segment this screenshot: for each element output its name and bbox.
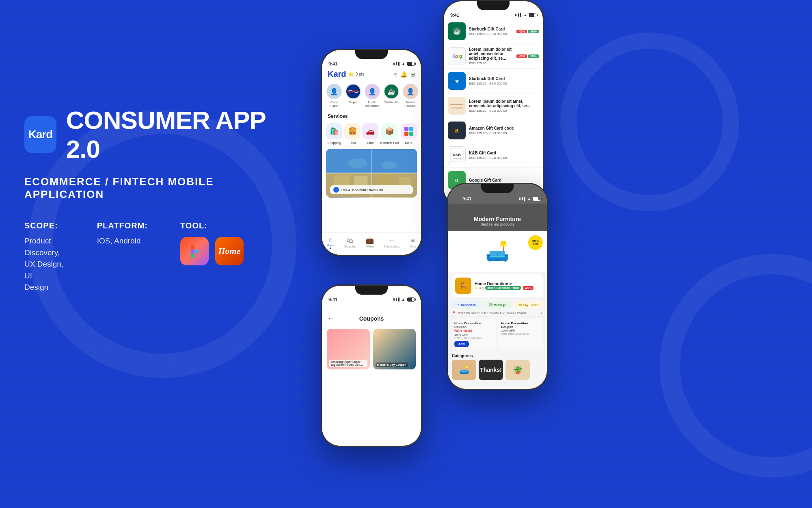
service-shopping[interactable]: 🛍️ Shopping (326, 123, 342, 145)
phone-notch-3 (481, 184, 514, 193)
phone-4-screen: 9:41 ▲ ← Coupons Amazing Super Super Big… (322, 286, 421, 446)
nav-more[interactable]: ≡ More (410, 237, 416, 248)
battery-3 (533, 197, 540, 201)
store-item-google[interactable]: G o o g Lorem ipsum dolor sit amet, cons… (444, 44, 543, 69)
kb-thumb: K&BGift Card (448, 146, 466, 164)
service-more[interactable]: More (401, 123, 417, 145)
nav-shopping-label: Shopping (344, 245, 356, 248)
story-pepsi[interactable]: Pepsi (346, 84, 361, 108)
svg-point-2 (670, 264, 812, 467)
connected-btn[interactable]: ✓ Connected (452, 301, 481, 308)
services-row: 🛍️ Shopping 🍔 Food 🚗 Ride 📦 Konnect Pak (322, 121, 421, 147)
platform-label: PLATFORM: (97, 221, 148, 230)
bell-icon[interactable]: 🔔 (400, 71, 407, 78)
time-3: 9:41 (462, 196, 471, 201)
story-starbucks[interactable]: ☕ Starbucks (384, 84, 399, 108)
story-starbucks-label: Starbucks (384, 100, 399, 104)
qr-icon[interactable]: ⊞ (410, 71, 415, 78)
stories-row: 👤 Cody Fisher Pepsi 👤 Leslie Alexander ☕… (322, 82, 421, 112)
signal-8 (522, 197, 523, 200)
coupon-big-2[interactable]: Mother's Day Coupon (373, 329, 416, 369)
coupon-big-1[interactable]: Amazing Super Super Big Mother's Day Cou… (327, 329, 370, 369)
coupon2-date: Offer Until 02/25/2025 (501, 332, 540, 335)
signal-9 (524, 197, 525, 201)
coupon2-discount: 10% OFF (501, 329, 540, 332)
ad-banner[interactable]: Ras Al Khaimah Travel Pak (326, 149, 417, 198)
furniture-store-icon: 🪑 (455, 278, 471, 294)
phone-notch-1 (355, 50, 388, 59)
store-card-furniture[interactable]: 🪑 Home Decoration > ★ 4.5 3500K Cashback… (452, 274, 543, 297)
giftcard-name: Lorem ipsum dolor sit amet, consectetur … (469, 99, 539, 108)
nav-wallet[interactable]: 💼 Wallet (366, 237, 374, 248)
service-food[interactable]: 🍔 Food (344, 123, 361, 145)
nav-active-dot (330, 247, 331, 249)
wifi-icon-3: ▲ (527, 197, 531, 201)
logout-icon[interactable]: ⎋ (394, 71, 397, 78)
wallet-icon: 💼 (366, 237, 374, 244)
story-leslie[interactable]: 👤 Leslie Alexander (364, 84, 380, 108)
svg-point-22 (381, 161, 397, 169)
furniture-title: Modern Furniture (454, 216, 541, 222)
google-price: BSD 125.00 (469, 61, 513, 65)
nav-transactions[interactable]: ↔ Transactions (384, 237, 400, 248)
battery-2 (529, 13, 536, 17)
signal-1 (393, 63, 395, 65)
nav-home[interactable]: ⌂ Home (327, 236, 335, 249)
signal-2 (396, 62, 397, 65)
coupons-header: ← Coupons (322, 304, 421, 326)
signal-12 (398, 297, 400, 302)
service-ride[interactable]: 🚗 Ride (362, 123, 378, 145)
coupon-card-1[interactable]: Home Decoration Coupon BSD 10.00 10% OFF… (452, 319, 496, 350)
wifi-icon-2: ▲ (523, 13, 527, 17)
phone-4-coupons: 9:41 ▲ ← Coupons Amazing Super Super Big… (321, 284, 422, 447)
kard-header-icons: ⎋ 🔔 ⊞ (394, 71, 415, 78)
signal-11 (396, 298, 397, 301)
phone-1-kard-home: 9:41 ▲ Kard ⭐ 0 pts ⎋ 🔔 ⊞ (321, 49, 422, 256)
store-item-giftcard[interactable]: Gift Card Lorem ipsum dolor sit amet, co… (444, 93, 543, 118)
pay-label: Pay · Store (523, 304, 538, 306)
store-item-starbucks[interactable]: ☕ Starbuck Gift Card BSD 125.00 - BSD 30… (444, 19, 543, 44)
amazon-info: Amazon Gift Card code BSD 125.00 - BSD 3… (469, 126, 539, 135)
cat-thumb-3[interactable]: 🪴 (505, 360, 530, 380)
coupon1-title: Home Decoration Coupon (454, 321, 494, 329)
coupon2-title: Home Decoration Coupon (501, 321, 540, 329)
furniture-store-info: Home Decoration > ★ 4.5 3500K Cashback P… (475, 282, 540, 290)
service-food-label: Food (349, 141, 356, 145)
coupon-card-2[interactable]: Home Decoration Coupon 10% OFF Offer Unt… (499, 319, 543, 350)
cat-thumb-1[interactable]: 🛋️ (452, 360, 476, 380)
status-icons-2: ▲ (515, 13, 536, 17)
discount-badge: 50%Off (528, 235, 543, 250)
cat-thumb-2[interactable]: Thanks! (479, 360, 503, 380)
store-item-amazon[interactable]: a Amazon Gift Card code BSD 125.00 - BSD… (444, 118, 543, 143)
store-item-kb[interactable]: K&BGift Card K&B Gift Card BSD 125.00 - … (444, 143, 543, 168)
svg-rect-10 (409, 127, 413, 131)
add-coupon1-btn[interactable]: Add (454, 341, 469, 347)
story-cody[interactable]: 👤 Cody Fisher (326, 84, 342, 108)
back-btn-3[interactable]: ← (454, 195, 460, 202)
svg-rect-34 (450, 104, 463, 105)
address-arrow[interactable]: > (541, 311, 543, 315)
nav-transactions-label: Transactions (384, 245, 400, 248)
kard-logo-icon: Kard (24, 116, 56, 153)
story-nawal-label: Nawal Rassul (402, 100, 419, 108)
nav-wallet-label: Wallet (366, 245, 374, 248)
story-nawal[interactable]: 👤 Nawal Rassul (402, 84, 419, 108)
time-4: 9:41 (328, 297, 337, 302)
badge-discount-1: -60% (516, 30, 527, 33)
service-konnect[interactable]: 📦 Konnect Pak (380, 123, 399, 145)
discount-tag-store: -20% (523, 286, 533, 290)
category-thumbs: 🛋️ Thanks! 🪴 (448, 360, 547, 380)
coupon1-price: BSD 10.00 (454, 329, 494, 333)
google2-name: Google Gift Card (469, 178, 539, 182)
back-arrow-4[interactable]: ← (328, 315, 334, 322)
pay-btn[interactable]: 💳 Pay · Store (514, 301, 543, 308)
message-btn[interactable]: 💬 Message (483, 301, 512, 308)
store-item-walmart[interactable]: ★ Starbuck Gift Card BSD 125.00 - BSD 30… (444, 69, 543, 93)
giftcard-price: BSD 125.00 - BSD 300.00 (469, 109, 539, 113)
kb-price: BSD 125.00 - BSD 300.00 (469, 156, 539, 160)
service-more-label: More (405, 141, 412, 145)
nav-shopping[interactable]: 🛍 Shopping (344, 237, 356, 248)
transactions-icon: ↔ (389, 237, 395, 244)
svg-text:☕: ☕ (454, 28, 461, 35)
google2-info: Google Gift Card (469, 178, 539, 182)
